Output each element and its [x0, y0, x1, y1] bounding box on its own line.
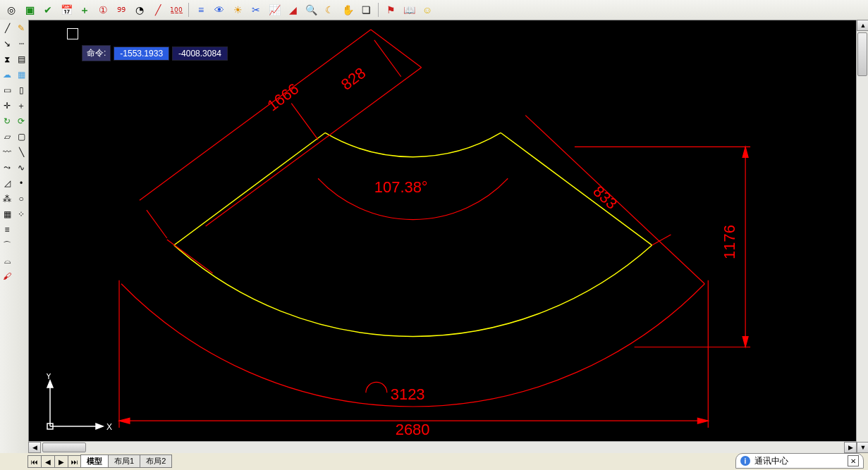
scissors-icon[interactable]: ✂ [247, 1, 264, 18]
left-toolbar: ╱ ↘ ⧗ ☁ ▭ ✛ ↻ ▱ 〰 ⤳ ◿ ⁂ ▦ ≡ ⌒ ⌓ 🖌 ✎ ┄ ▤ … [0, 20, 29, 453]
sun-icon[interactable]: ☀ [229, 1, 246, 18]
box-icon[interactable]: ▢ [14, 130, 28, 144]
info-icon: i [740, 456, 750, 466]
scroll-thumb[interactable] [42, 443, 86, 452]
tab-model[interactable]: 模型 [80, 454, 109, 468]
refresh-icon[interactable]: ⟳ [14, 114, 28, 128]
svg-marker-19 [742, 337, 748, 347]
graph-icon[interactable]: 📈 [266, 1, 283, 18]
scroll-track[interactable] [857, 31, 868, 442]
vruler-icon[interactable]: ▯ [14, 83, 28, 97]
dots-icon[interactable]: ⁘ [14, 207, 28, 221]
page-icon[interactable]: ❏ [357, 1, 374, 18]
flag-icon[interactable]: ⚑ [382, 1, 399, 18]
zoom-in-icon[interactable]: 🔍 [302, 1, 319, 18]
scroll-thumb[interactable] [857, 32, 867, 76]
shade-icon[interactable]: ▤ [14, 52, 28, 66]
drawing-canvas[interactable]: 命令: -1553.1933 -4008.3084 [28, 20, 868, 453]
ruler-icon[interactable]: ▭ [0, 83, 14, 97]
svg-line-3 [140, 30, 371, 200]
close-icon[interactable]: ✕ [848, 455, 859, 466]
tab-layout2[interactable]: 布局2 [140, 454, 172, 468]
line-icon[interactable]: ╱ [0, 21, 14, 35]
moon-icon[interactable]: ☾ [321, 1, 338, 18]
arrow-icon[interactable]: ↘ [0, 37, 14, 51]
bottom-bar: ⏮ ◀ ▶ ⏭ 模型 布局1 布局2 i 通讯中心 ✕ [0, 453, 868, 470]
top-toolbar: ◎ ▣ ✔ 📅 ＋ ① 9̄9̄ ◔ ╱ 1̲0̲0̲ ≡ 👁 ☀ ✂ 📈 ◢ … [0, 0, 868, 20]
layer-icon[interactable]: ▣ [21, 1, 38, 18]
rotate-icon[interactable]: ↻ [0, 114, 14, 128]
scroll-right-button[interactable]: ▶ [844, 442, 857, 453]
hand-icon[interactable]: ✋ [339, 1, 356, 18]
pencil-icon[interactable]: ✎ [14, 21, 28, 35]
tab-nav-next[interactable]: ▶ [54, 455, 68, 468]
horizontal-scrollbar[interactable]: ◀ ▶ [28, 441, 857, 453]
target-icon[interactable]: ◎ [3, 1, 20, 18]
dim-828: 828 [338, 64, 369, 94]
calendar-icon[interactable]: 📅 [58, 1, 75, 18]
crop-icon[interactable]: ▱ [0, 130, 14, 144]
check-icon[interactable]: ✔ [39, 1, 56, 18]
angle-icon[interactable]: ◿ [0, 176, 14, 190]
protractor-icon[interactable]: ◔ [131, 1, 148, 18]
svg-marker-24 [47, 381, 53, 388]
axis-x-label: X [106, 422, 112, 432]
tab-nav-prev[interactable]: ◀ [41, 455, 55, 468]
polyline-icon[interactable]: 〰 [0, 145, 14, 159]
slope-icon[interactable]: ◢ [284, 1, 301, 18]
svg-marker-14 [697, 418, 708, 423]
tab-nav-last[interactable]: ⏭ [68, 455, 82, 468]
dim-833: 833 [589, 183, 621, 213]
svg-marker-18 [742, 147, 748, 157]
dim-1176: 1176 [721, 225, 738, 259]
dim-angle: 107.38° [374, 178, 428, 196]
curve2-icon[interactable]: ⌓ [0, 254, 14, 268]
path-icon[interactable]: ⤳ [0, 161, 14, 175]
svg-line-6 [291, 104, 318, 140]
scroll-track[interactable] [41, 442, 844, 453]
diag-icon[interactable]: ╲ [14, 145, 28, 159]
scroll-up-button[interactable]: ▲ [857, 20, 868, 31]
svg-line-2 [371, 30, 422, 68]
plus-icon[interactable]: ＋ [76, 1, 93, 18]
lines-icon[interactable]: ≡ [192, 1, 209, 18]
cad-drawing: 1666 828 107.38° 833 1176 3123 2680 [29, 20, 867, 452]
bars-icon[interactable]: ≡ [0, 223, 14, 237]
svg-line-5 [147, 210, 167, 238]
bar100-icon[interactable]: 1̲0̲0̲ [168, 1, 185, 18]
brush-icon[interactable]: 🖌 [0, 269, 14, 283]
circle1-icon[interactable]: ① [94, 1, 111, 18]
cloud-icon[interactable]: ☁ [0, 68, 14, 82]
book-icon[interactable]: 📖 [401, 1, 417, 18]
tab-nav-first[interactable]: ⏮ [27, 455, 42, 468]
mirror-icon[interactable]: ⧗ [0, 52, 14, 66]
curve1-icon[interactable]: ⌒ [0, 238, 14, 252]
scroll-down-button[interactable]: ▼ [857, 442, 868, 453]
slash-icon[interactable]: ╱ [149, 1, 166, 18]
smile-icon[interactable]: ☺ [419, 1, 436, 18]
plus2-icon[interactable]: ＋ [14, 99, 28, 113]
notification-label: 通讯中心 [754, 455, 788, 467]
pin-icon[interactable]: • [14, 176, 28, 190]
spray-icon[interactable]: ⁂ [0, 192, 14, 206]
svg-line-0 [174, 132, 325, 245]
vertical-scrollbar[interactable]: ▲ ▼ [856, 20, 868, 453]
notification-bar[interactable]: i 通讯中心 ✕ [735, 453, 864, 469]
tab-layout1[interactable]: 布局1 [108, 454, 140, 468]
svg-marker-22 [96, 423, 103, 429]
wave-icon[interactable]: ∿ [14, 161, 28, 175]
separator [378, 3, 379, 17]
circle-icon[interactable]: ○ [14, 192, 28, 206]
separator [188, 3, 189, 17]
eye-icon[interactable]: 👁 [211, 1, 228, 18]
move-icon[interactable]: ✛ [0, 99, 14, 113]
ucs-icon: X Y [36, 373, 114, 437]
overline99-icon[interactable]: 9̄9̄ [113, 1, 130, 18]
shapes-icon[interactable]: ▦ [0, 207, 14, 221]
scroll-left-button[interactable]: ◀ [28, 442, 41, 453]
grid-icon[interactable]: ▦ [14, 68, 28, 82]
svg-line-4 [206, 68, 422, 226]
left-toolbar-col1: ╱ ↘ ⧗ ☁ ▭ ✛ ↻ ▱ 〰 ⤳ ◿ ⁂ ▦ ≡ ⌒ ⌓ 🖌 [0, 20, 14, 453]
dash-icon[interactable]: ┄ [14, 37, 28, 51]
svg-line-20 [167, 240, 213, 273]
